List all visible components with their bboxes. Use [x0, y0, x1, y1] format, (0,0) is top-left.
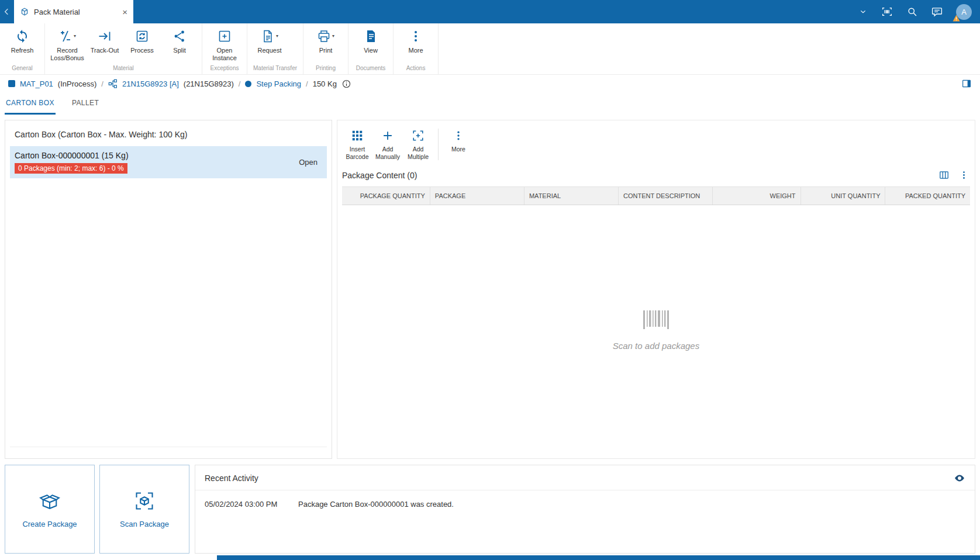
ribbon-group-material: ▾ Record Loss/Bonus Track-Out Process — [45, 23, 202, 74]
open-instance-icon — [218, 27, 232, 45]
empty-state: Scan to add packages — [342, 205, 970, 454]
pack-material-app: Pack Material × A — [0, 0, 980, 560]
avatar-initial: A — [961, 8, 967, 16]
add-manually-button[interactable]: Add Manually — [372, 125, 403, 164]
create-package-button[interactable]: Create Package — [5, 465, 95, 554]
recent-activity-title: Recent Activity — [205, 473, 954, 483]
ribbon-group-label: Material Transfer — [251, 64, 299, 74]
tab-carton-box[interactable]: CARTON BOX — [5, 92, 56, 115]
insert-barcode-icon — [351, 128, 364, 143]
view-icon — [364, 27, 378, 45]
column-header-unit-quantity[interactable]: UNIT QUANTITY — [800, 187, 885, 205]
carton-box-state: Open — [294, 158, 322, 167]
toolbar-item-label: Insert Barcode — [342, 146, 372, 160]
request-button[interactable]: ▾ Request — [251, 23, 288, 64]
view-tabs: CARTON BOX PALLET — [0, 92, 980, 115]
back-chevron-icon[interactable] — [0, 0, 14, 23]
ribbon-group-label: Documents — [352, 64, 389, 74]
package-content-header: Package Content (0) — [342, 164, 970, 186]
add-multiple-button[interactable]: Add Multiple — [403, 125, 433, 164]
ribbon-item-label: Split — [173, 47, 185, 54]
tab-title: Pack Material — [34, 8, 118, 16]
column-header-weight[interactable]: WEIGHT — [713, 187, 800, 205]
search-icon[interactable] — [906, 6, 918, 18]
ribbon-group-label: Material — [49, 64, 198, 74]
add-multiple-icon — [412, 128, 425, 143]
carton-box-list-item[interactable]: Carton Box-000000001 (15 Kg) 0 Packages … — [10, 146, 327, 178]
more-icon — [453, 128, 464, 143]
track-out-button[interactable]: Track-Out — [86, 23, 123, 64]
tab-pallet[interactable]: PALLET — [71, 92, 100, 115]
step-icon — [245, 81, 251, 87]
insert-barcode-button[interactable]: Insert Barcode — [342, 125, 372, 164]
toolbar-item-label: More — [451, 146, 465, 153]
close-icon[interactable]: × — [122, 8, 127, 16]
chevron-down-icon[interactable] — [858, 7, 868, 16]
ribbon-group-exceptions: Open Instance Exceptions — [202, 23, 247, 74]
more-button[interactable]: More — [397, 23, 434, 64]
side-panel-toggle-icon[interactable] — [961, 78, 972, 89]
topbar-actions: A — [858, 4, 980, 20]
feedback-icon[interactable] — [931, 6, 943, 18]
packages-status-badge: 0 Packages (min: 2; max: 6) - 0 % — [15, 163, 127, 174]
activity-timestamp: 05/02/2024 03:00 PM — [205, 500, 298, 509]
info-icon[interactable] — [341, 79, 351, 89]
column-options-icon[interactable] — [938, 170, 950, 181]
ribbon-toolbar: Refresh General ▾ Record Loss/Bonus — [0, 23, 980, 75]
column-header-package[interactable]: PACKAGE — [430, 187, 524, 205]
add-manually-icon — [381, 128, 394, 143]
carton-box-panel-footer — [10, 447, 327, 454]
breadcrumb: MAT_P01 (InProcess) / 21N15G8923 [A] (21… — [0, 75, 980, 92]
ribbon-item-label: View — [364, 47, 378, 54]
recent-activity-panel: Recent Activity 05/02/2024 03:00 PM Pack… — [195, 465, 975, 554]
view-button[interactable]: View — [352, 23, 389, 64]
dropdown-caret-icon: ▾ — [74, 33, 76, 39]
open-instance-button[interactable]: Open Instance — [206, 23, 243, 64]
package-content-table: PACKAGE QUANTITY PACKAGE MATERIAL CONTEN… — [342, 186, 970, 205]
kebab-menu-icon[interactable] — [959, 170, 969, 180]
split-icon — [172, 27, 187, 45]
ribbon-item-label: Track-Out — [91, 47, 119, 54]
dropdown-caret-icon: ▾ — [276, 33, 278, 39]
ribbon-group-label: General — [4, 64, 41, 74]
ribbon-item-label: More — [409, 47, 423, 54]
flow-icon — [108, 79, 118, 88]
package-more-button[interactable]: More — [443, 125, 474, 164]
document-tab-pack-material[interactable]: Pack Material × — [14, 0, 133, 23]
split-button[interactable]: Split — [161, 23, 198, 64]
table-header-row: PACKAGE QUANTITY PACKAGE MATERIAL CONTEN… — [342, 187, 970, 205]
carton-box-name: Carton Box-000000001 (15 Kg) — [15, 151, 294, 160]
process-button[interactable]: Process — [123, 23, 161, 64]
request-icon: ▾ — [261, 27, 278, 45]
avatar[interactable]: A — [956, 4, 972, 20]
barcode-scanner-icon[interactable] — [881, 5, 893, 18]
breadcrumb-separator: / — [101, 79, 103, 88]
column-header-package-quantity[interactable]: PACKAGE QUANTITY — [342, 187, 430, 205]
barcode-empty-icon — [642, 308, 670, 331]
breadcrumb-material-link[interactable]: MAT_P01 — [20, 79, 53, 88]
flow-name: (21N15G8923) — [184, 79, 234, 88]
ribbon-group-label: Actions — [397, 64, 434, 74]
scan-package-button[interactable]: Scan Package — [99, 465, 189, 554]
print-icon: ▾ — [317, 27, 334, 45]
package-content-panel: Insert Barcode Add Manually Add Multiple — [337, 120, 975, 459]
ribbon-group-documents: View Documents — [348, 23, 394, 74]
material-icon — [8, 80, 15, 87]
refresh-button[interactable]: Refresh — [4, 23, 41, 64]
print-button[interactable]: ▾ Print — [307, 23, 344, 64]
eye-icon[interactable] — [954, 472, 965, 484]
ribbon-item-label: Open Instance — [206, 47, 243, 62]
ribbon-group-general: Refresh General — [0, 23, 45, 74]
breadcrumb-separator: / — [306, 79, 308, 88]
activity-message: Package Carton Box-000000001 was created… — [298, 500, 454, 509]
material-quantity: 150 Kg — [313, 79, 337, 88]
toolbar-separator — [438, 129, 439, 160]
ribbon-item-label: Refresh — [11, 47, 34, 54]
horizontal-scrollbar[interactable] — [217, 555, 980, 560]
column-header-content-description[interactable]: CONTENT DESCRIPTION — [619, 187, 713, 205]
column-header-material[interactable]: MATERIAL — [524, 187, 618, 205]
breadcrumb-step-link[interactable]: Step Packing — [256, 79, 301, 88]
record-loss-bonus-button[interactable]: ▾ Record Loss/Bonus — [49, 23, 86, 64]
breadcrumb-flow-link[interactable]: 21N15G8923 [A] — [122, 79, 179, 88]
column-header-packed-quantity[interactable]: PACKED QUANTITY — [885, 187, 970, 205]
